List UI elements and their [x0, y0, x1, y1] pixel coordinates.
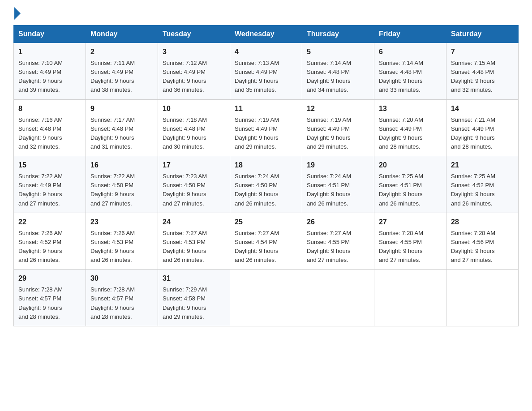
calendar-cell: 5Sunrise: 7:14 AMSunset: 4:48 PMDaylight… [302, 43, 374, 100]
calendar-cell: 11Sunrise: 7:19 AMSunset: 4:49 PMDayligh… [230, 99, 302, 156]
calendar-cell: 31Sunrise: 7:29 AMSunset: 4:58 PMDayligh… [158, 270, 230, 326]
day-info: Sunrise: 7:17 AMSunset: 4:48 PMDaylight:… [90, 116, 135, 150]
day-info: Sunrise: 7:13 AMSunset: 4:49 PMDaylight:… [235, 60, 279, 93]
day-info: Sunrise: 7:14 AMSunset: 4:48 PMDaylight:… [307, 60, 351, 93]
page-header [13, 9, 519, 17]
calendar-cell: 15Sunrise: 7:22 AMSunset: 4:49 PMDayligh… [14, 156, 86, 213]
day-number: 20 [379, 160, 442, 171]
day-number: 6 [379, 47, 442, 57]
calendar-cell: 23Sunrise: 7:26 AMSunset: 4:53 PMDayligh… [86, 213, 158, 270]
calendar-cell [302, 270, 374, 326]
day-info: Sunrise: 7:12 AMSunset: 4:49 PMDaylight:… [163, 60, 207, 93]
calendar-cell: 29Sunrise: 7:28 AMSunset: 4:57 PMDayligh… [14, 270, 86, 326]
day-info: Sunrise: 7:29 AMSunset: 4:58 PMDaylight:… [163, 286, 207, 320]
calendar-cell [446, 270, 519, 326]
day-number: 18 [235, 160, 297, 171]
day-number: 29 [18, 273, 81, 284]
calendar-table: SundayMondayTuesdayWednesdayThursdayFrid… [13, 25, 519, 326]
calendar-cell: 19Sunrise: 7:24 AMSunset: 4:51 PMDayligh… [302, 156, 374, 213]
day-number: 21 [451, 160, 514, 171]
calendar-day-header: Tuesday [158, 26, 230, 43]
day-number: 7 [451, 47, 514, 57]
calendar-week-row: 29Sunrise: 7:28 AMSunset: 4:57 PMDayligh… [14, 270, 519, 326]
calendar-cell: 20Sunrise: 7:25 AMSunset: 4:51 PMDayligh… [374, 156, 446, 213]
day-number: 17 [163, 160, 225, 171]
day-info: Sunrise: 7:11 AMSunset: 4:49 PMDaylight:… [90, 60, 135, 93]
day-info: Sunrise: 7:28 AMSunset: 4:55 PMDaylight:… [379, 230, 423, 263]
day-number: 26 [307, 217, 369, 227]
calendar-day-header: Thursday [302, 26, 374, 43]
day-number: 1 [18, 47, 81, 57]
calendar-cell [374, 270, 446, 326]
day-info: Sunrise: 7:28 AMSunset: 4:57 PMDaylight:… [90, 286, 135, 320]
calendar-cell: 17Sunrise: 7:23 AMSunset: 4:50 PMDayligh… [158, 156, 230, 213]
day-info: Sunrise: 7:19 AMSunset: 4:49 PMDaylight:… [307, 116, 351, 150]
calendar-cell: 27Sunrise: 7:28 AMSunset: 4:55 PMDayligh… [374, 213, 446, 270]
day-info: Sunrise: 7:25 AMSunset: 4:52 PMDaylight:… [451, 173, 495, 206]
day-number: 25 [235, 217, 297, 227]
day-info: Sunrise: 7:20 AMSunset: 4:49 PMDaylight:… [379, 116, 423, 150]
day-number: 31 [163, 273, 225, 284]
calendar-cell: 26Sunrise: 7:27 AMSunset: 4:55 PMDayligh… [302, 213, 374, 270]
calendar-cell: 28Sunrise: 7:28 AMSunset: 4:56 PMDayligh… [446, 213, 519, 270]
calendar-cell: 13Sunrise: 7:20 AMSunset: 4:49 PMDayligh… [374, 99, 446, 156]
day-info: Sunrise: 7:25 AMSunset: 4:51 PMDaylight:… [379, 173, 423, 206]
day-number: 24 [163, 217, 225, 227]
calendar-header-row: SundayMondayTuesdayWednesdayThursdayFrid… [14, 26, 519, 43]
day-info: Sunrise: 7:14 AMSunset: 4:48 PMDaylight:… [379, 60, 423, 93]
calendar-cell: 22Sunrise: 7:26 AMSunset: 4:52 PMDayligh… [14, 213, 86, 270]
day-info: Sunrise: 7:22 AMSunset: 4:50 PMDaylight:… [90, 173, 135, 206]
calendar-day-header: Monday [86, 26, 158, 43]
calendar-cell: 18Sunrise: 7:24 AMSunset: 4:50 PMDayligh… [230, 156, 302, 213]
calendar-cell: 25Sunrise: 7:27 AMSunset: 4:54 PMDayligh… [230, 213, 302, 270]
calendar-cell: 24Sunrise: 7:27 AMSunset: 4:53 PMDayligh… [158, 213, 230, 270]
day-info: Sunrise: 7:28 AMSunset: 4:57 PMDaylight:… [18, 286, 63, 320]
calendar-cell: 6Sunrise: 7:14 AMSunset: 4:48 PMDaylight… [374, 43, 446, 100]
day-number: 13 [379, 103, 442, 114]
calendar-day-header: Sunday [14, 26, 86, 43]
day-number: 5 [307, 47, 369, 57]
day-info: Sunrise: 7:10 AMSunset: 4:49 PMDaylight:… [18, 60, 63, 93]
day-number: 8 [18, 103, 81, 114]
day-info: Sunrise: 7:18 AMSunset: 4:48 PMDaylight:… [163, 116, 207, 150]
day-number: 28 [451, 217, 514, 227]
calendar-cell [230, 270, 302, 326]
day-number: 30 [90, 273, 153, 284]
day-info: Sunrise: 7:27 AMSunset: 4:54 PMDaylight:… [235, 230, 279, 263]
calendar-week-row: 1Sunrise: 7:10 AMSunset: 4:49 PMDaylight… [14, 43, 519, 100]
calendar-week-row: 22Sunrise: 7:26 AMSunset: 4:52 PMDayligh… [14, 213, 519, 270]
day-info: Sunrise: 7:22 AMSunset: 4:49 PMDaylight:… [18, 173, 63, 206]
calendar-day-header: Saturday [446, 26, 519, 43]
day-info: Sunrise: 7:21 AMSunset: 4:49 PMDaylight:… [451, 116, 495, 150]
day-number: 4 [235, 47, 297, 57]
day-info: Sunrise: 7:27 AMSunset: 4:55 PMDaylight:… [307, 230, 351, 263]
day-number: 15 [18, 160, 81, 171]
day-number: 2 [90, 47, 153, 57]
day-info: Sunrise: 7:16 AMSunset: 4:48 PMDaylight:… [18, 116, 63, 150]
day-number: 22 [18, 217, 81, 227]
day-number: 23 [90, 217, 153, 227]
day-number: 11 [235, 103, 297, 114]
calendar-cell: 30Sunrise: 7:28 AMSunset: 4:57 PMDayligh… [86, 270, 158, 326]
day-info: Sunrise: 7:24 AMSunset: 4:50 PMDaylight:… [235, 173, 279, 206]
calendar-cell: 12Sunrise: 7:19 AMSunset: 4:49 PMDayligh… [302, 99, 374, 156]
day-number: 10 [163, 103, 225, 114]
calendar-week-row: 8Sunrise: 7:16 AMSunset: 4:48 PMDaylight… [14, 99, 519, 156]
calendar-cell: 4Sunrise: 7:13 AMSunset: 4:49 PMDaylight… [230, 43, 302, 100]
day-info: Sunrise: 7:23 AMSunset: 4:50 PMDaylight:… [163, 173, 207, 206]
day-info: Sunrise: 7:15 AMSunset: 4:48 PMDaylight:… [451, 60, 495, 93]
calendar-cell: 3Sunrise: 7:12 AMSunset: 4:49 PMDaylight… [158, 43, 230, 100]
day-number: 9 [90, 103, 153, 114]
day-info: Sunrise: 7:19 AMSunset: 4:49 PMDaylight:… [235, 116, 279, 150]
day-number: 3 [163, 47, 225, 57]
logo-arrow-icon [14, 7, 21, 20]
calendar-week-row: 15Sunrise: 7:22 AMSunset: 4:49 PMDayligh… [14, 156, 519, 213]
calendar-cell: 21Sunrise: 7:25 AMSunset: 4:52 PMDayligh… [446, 156, 519, 213]
logo [13, 9, 21, 17]
day-number: 14 [451, 103, 514, 114]
calendar-day-header: Wednesday [230, 26, 302, 43]
day-info: Sunrise: 7:26 AMSunset: 4:52 PMDaylight:… [18, 230, 63, 263]
day-number: 27 [379, 217, 442, 227]
day-info: Sunrise: 7:28 AMSunset: 4:56 PMDaylight:… [451, 230, 495, 263]
calendar-cell: 2Sunrise: 7:11 AMSunset: 4:49 PMDaylight… [86, 43, 158, 100]
